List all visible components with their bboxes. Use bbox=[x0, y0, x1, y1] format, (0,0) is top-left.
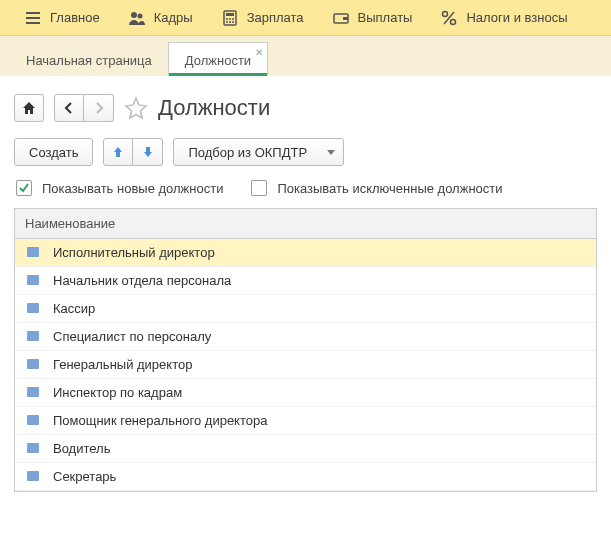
people-icon bbox=[128, 9, 146, 27]
row-name: Специалист по персоналу bbox=[53, 329, 211, 344]
arrow-right-icon bbox=[93, 102, 105, 114]
svg-point-13 bbox=[451, 19, 456, 24]
table-row[interactable]: Исполнительный директор bbox=[15, 239, 596, 267]
checkbox-icon bbox=[16, 180, 32, 196]
back-button[interactable] bbox=[54, 94, 84, 122]
table-row[interactable]: Водитель bbox=[15, 435, 596, 463]
item-icon bbox=[27, 249, 39, 257]
toolbar: Создать Подбор из ОКПДТР bbox=[14, 138, 597, 166]
filter-label: Показывать исключенные должности bbox=[277, 181, 502, 196]
nav-label: Налоги и взносы bbox=[466, 10, 567, 25]
row-name: Начальник отдела персонала bbox=[53, 273, 231, 288]
nav-buttons bbox=[54, 94, 114, 122]
nav-salary[interactable]: Зарплата bbox=[207, 0, 318, 36]
row-name: Секретарь bbox=[53, 469, 116, 484]
title-bar: Должности bbox=[14, 94, 597, 122]
nav-payments[interactable]: Выплаты bbox=[318, 0, 427, 36]
table-row[interactable]: Секретарь bbox=[15, 463, 596, 491]
svg-point-7 bbox=[226, 21, 228, 23]
filter-show-new[interactable]: Показывать новые должности bbox=[16, 180, 223, 196]
tab-start-page[interactable]: Начальная страница bbox=[10, 43, 168, 76]
calc-icon bbox=[221, 9, 239, 27]
svg-point-1 bbox=[137, 13, 142, 18]
row-name: Помощник генерального директора bbox=[53, 413, 267, 428]
table-row[interactable]: Специалист по персоналу bbox=[15, 323, 596, 351]
pick-okpdtr-button[interactable]: Подбор из ОКПДТР bbox=[173, 138, 344, 166]
svg-point-4 bbox=[226, 18, 228, 20]
tab-bar: Начальная страница Должности ✕ bbox=[0, 36, 611, 76]
svg-line-14 bbox=[444, 12, 454, 24]
row-name: Кассир bbox=[53, 301, 95, 316]
svg-point-12 bbox=[443, 11, 448, 16]
tab-label: Начальная страница bbox=[26, 53, 152, 68]
nav-label: Кадры bbox=[154, 10, 193, 25]
positions-grid: Наименование Исполнительный директорНача… bbox=[14, 208, 597, 492]
row-name: Инспектор по кадрам bbox=[53, 385, 182, 400]
item-icon bbox=[27, 305, 39, 313]
button-label: Подбор из ОКПДТР bbox=[188, 145, 307, 160]
svg-point-5 bbox=[229, 18, 231, 20]
tab-label: Должности bbox=[185, 53, 251, 68]
item-icon bbox=[27, 445, 39, 453]
row-name: Исполнительный директор bbox=[53, 245, 215, 260]
content-area: Должности Создать Подбор из ОКПДТР Показ… bbox=[0, 76, 611, 502]
close-icon[interactable]: ✕ bbox=[255, 47, 263, 58]
filters: Показывать новые должности Показывать ис… bbox=[14, 180, 597, 196]
move-up-button[interactable] bbox=[103, 138, 133, 166]
home-icon bbox=[22, 101, 36, 115]
item-icon bbox=[27, 389, 39, 397]
table-row[interactable]: Помощник генерального директора bbox=[15, 407, 596, 435]
favorite-star-icon[interactable] bbox=[124, 96, 148, 120]
table-row[interactable]: Кассир bbox=[15, 295, 596, 323]
nav-label: Главное bbox=[50, 10, 100, 25]
item-icon bbox=[27, 333, 39, 341]
nav-label: Выплаты bbox=[358, 10, 413, 25]
item-icon bbox=[27, 361, 39, 369]
tab-positions[interactable]: Должности ✕ bbox=[168, 42, 268, 76]
table-row[interactable]: Генеральный директор bbox=[15, 351, 596, 379]
wallet-icon bbox=[332, 9, 350, 27]
percent-icon bbox=[440, 9, 458, 27]
move-down-button[interactable] bbox=[133, 138, 163, 166]
filter-show-excluded[interactable]: Показывать исключенные должности bbox=[251, 180, 502, 196]
arrow-left-icon bbox=[63, 102, 75, 114]
svg-rect-3 bbox=[226, 13, 234, 16]
arrow-up-icon bbox=[112, 146, 124, 158]
page-title: Должности bbox=[158, 95, 270, 121]
move-buttons bbox=[103, 138, 163, 166]
svg-point-8 bbox=[229, 21, 231, 23]
svg-point-6 bbox=[232, 18, 234, 20]
nav-main[interactable]: Главное bbox=[10, 0, 114, 36]
table-row[interactable]: Начальник отдела персонала bbox=[15, 267, 596, 295]
svg-rect-11 bbox=[343, 17, 348, 20]
grid-header-name[interactable]: Наименование bbox=[15, 209, 596, 239]
create-button[interactable]: Создать bbox=[14, 138, 93, 166]
row-name: Генеральный директор bbox=[53, 357, 192, 372]
nav-personnel[interactable]: Кадры bbox=[114, 0, 207, 36]
menu-icon bbox=[24, 9, 42, 27]
svg-point-0 bbox=[131, 12, 137, 18]
item-icon bbox=[27, 473, 39, 481]
forward-button[interactable] bbox=[84, 94, 114, 122]
home-button[interactable] bbox=[14, 94, 44, 122]
nav-taxes[interactable]: Налоги и взносы bbox=[426, 0, 581, 36]
nav-label: Зарплата bbox=[247, 10, 304, 25]
table-row[interactable]: Инспектор по кадрам bbox=[15, 379, 596, 407]
item-icon bbox=[27, 417, 39, 425]
filter-label: Показывать новые должности bbox=[42, 181, 223, 196]
top-nav: Главное Кадры Зарплата Выплаты Налоги и … bbox=[0, 0, 611, 36]
row-name: Водитель bbox=[53, 441, 110, 456]
arrow-down-icon bbox=[142, 146, 154, 158]
checkbox-icon bbox=[251, 180, 267, 196]
item-icon bbox=[27, 277, 39, 285]
svg-point-9 bbox=[232, 21, 234, 23]
